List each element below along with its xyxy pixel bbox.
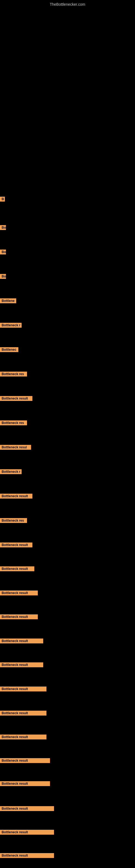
site-title: TheBottlenecker.com <box>0 0 135 8</box>
bottleneck-label: Bottleneck resul <box>0 445 31 450</box>
bottleneck-label: Bo <box>0 274 6 279</box>
bottleneck-label: Bo <box>0 225 6 230</box>
bottleneck-label: Bottleneck result <box>0 590 38 595</box>
bottleneck-label: Bottleneck result <box>0 686 46 691</box>
bottleneck-label: Bottleneck result <box>0 614 38 619</box>
bottleneck-label: B <box>0 197 5 202</box>
bottleneck-label: Bottleneck res <box>0 518 27 523</box>
bottleneck-label: Bottleneck result <box>0 781 50 786</box>
bottleneck-label: Bottleneck result <box>0 396 32 401</box>
bottleneck-label: Bottleneck result <box>0 735 46 739</box>
bottleneck-label: Bottleneck result <box>0 853 54 858</box>
bottleneck-label: Bottleneck result <box>0 806 54 811</box>
bottleneck-label: Bottleneck result <box>0 566 34 571</box>
bottleneck-label: Bo <box>0 250 6 254</box>
bottleneck-label: Bottleneck r <box>0 469 21 474</box>
bottleneck-label: Bottleneck result <box>0 711 46 716</box>
bottleneck-label: Bottleneck result <box>0 662 43 667</box>
bottleneck-label: Bottleneck res <box>0 421 27 425</box>
bottleneck-label: Bottleneck r <box>0 323 21 328</box>
bottleneck-label: Bottleneck result <box>0 639 43 643</box>
bottleneck-label: Bottlenec <box>0 347 18 352</box>
bottleneck-label: Bottleneck result <box>0 542 32 547</box>
bottleneck-label: Bottleneck result <box>0 758 50 763</box>
bottleneck-label: Bottleneck res <box>0 372 27 376</box>
bottleneck-label: Bottleneck result <box>0 830 54 835</box>
bottleneck-label: Bottleneck result <box>0 494 32 499</box>
bottleneck-label: Bottlene <box>0 299 16 303</box>
